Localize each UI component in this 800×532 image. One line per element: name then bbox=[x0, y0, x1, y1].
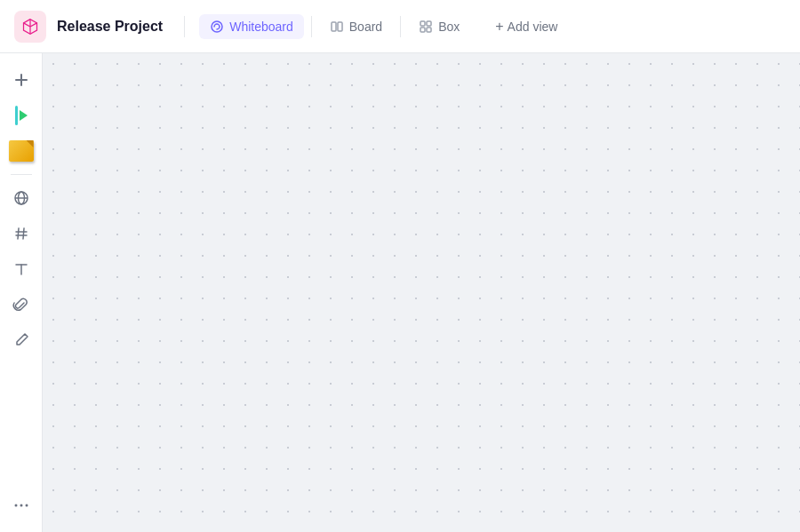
nav-divider-1 bbox=[184, 16, 185, 37]
svg-point-19 bbox=[20, 504, 22, 507]
tool-draw[interactable] bbox=[5, 324, 37, 356]
tool-sticky-note[interactable] bbox=[5, 135, 37, 167]
svg-rect-6 bbox=[427, 28, 431, 32]
tab-box[interactable]: Box bbox=[408, 14, 470, 39]
box-icon bbox=[419, 20, 433, 34]
tool-add[interactable] bbox=[5, 64, 37, 96]
nav-divider-3 bbox=[400, 16, 401, 37]
svg-line-12 bbox=[18, 228, 19, 239]
nav-divider-2 bbox=[311, 16, 312, 37]
add-view-label: Add view bbox=[508, 20, 558, 34]
board-icon bbox=[330, 20, 344, 34]
tool-hashtag[interactable] bbox=[5, 218, 37, 250]
project-icon bbox=[14, 11, 46, 43]
svg-rect-4 bbox=[427, 21, 431, 26]
svg-rect-1 bbox=[332, 22, 336, 31]
tab-whiteboard[interactable]: Whiteboard bbox=[199, 14, 304, 39]
sidebar bbox=[0, 53, 43, 532]
canvas-area[interactable] bbox=[43, 53, 800, 532]
sidebar-separator-1 bbox=[11, 174, 32, 175]
main-area bbox=[0, 53, 800, 532]
svg-rect-3 bbox=[420, 21, 425, 26]
tool-more[interactable] bbox=[5, 489, 37, 521]
add-view-button[interactable]: + Add view bbox=[484, 13, 568, 40]
tool-globe[interactable] bbox=[5, 182, 37, 214]
svg-rect-5 bbox=[420, 28, 425, 32]
svg-point-18 bbox=[14, 504, 17, 507]
tool-terminal[interactable] bbox=[5, 99, 37, 131]
tool-attach[interactable] bbox=[5, 289, 37, 321]
box-tab-label: Box bbox=[438, 20, 460, 34]
board-tab-label: Board bbox=[349, 20, 382, 34]
svg-point-20 bbox=[25, 504, 28, 507]
svg-rect-2 bbox=[338, 22, 342, 31]
svg-point-0 bbox=[212, 21, 222, 32]
project-title: Release Project bbox=[57, 19, 163, 35]
tool-text[interactable] bbox=[5, 253, 37, 285]
whiteboard-tab-label: Whiteboard bbox=[229, 20, 293, 34]
plus-icon: + bbox=[495, 19, 503, 35]
whiteboard-icon bbox=[210, 20, 224, 34]
svg-line-13 bbox=[23, 228, 24, 239]
tab-board[interactable]: Board bbox=[319, 14, 393, 39]
header: Release Project Whiteboard Board bbox=[0, 0, 800, 53]
nav-tabs: Whiteboard Board bbox=[199, 14, 470, 39]
